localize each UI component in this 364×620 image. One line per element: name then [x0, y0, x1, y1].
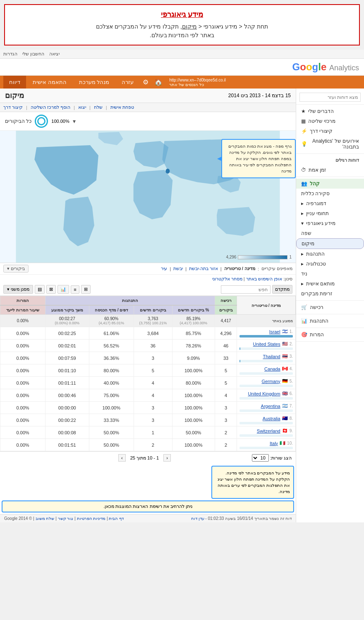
tab-city[interactable]: עיר: [161, 266, 167, 271]
rows-select[interactable]: 10 25 50: [252, 454, 269, 462]
rate-2: 0.00%: [0, 352, 46, 364]
duration-8: 00:00:08: [46, 426, 89, 439]
bottom-right: דף הבית | מדיניות הפרטיות | צור קשר | של…: [4, 516, 124, 521]
toolbar-shortcut[interactable]: קיצור דרך: [3, 105, 23, 110]
custom-arrow-icon: ▸: [301, 281, 304, 287]
table-scroll-area[interactable]: מדינה / טריטוריה רכישה התנהגות המרות ביק…: [0, 296, 296, 451]
sidebar-item-interests[interactable]: תחומי עניין ▸: [296, 208, 364, 218]
rate-3: 0.00%: [0, 364, 46, 377]
view-pivot-btn[interactable]: ⊠: [46, 285, 56, 294]
menu-admin[interactable]: מנהל מערכת: [73, 76, 115, 89]
metric-expand-btn[interactable]: ▾: [73, 118, 76, 124]
filter-btn[interactable]: מסנן משני ▾: [3, 285, 33, 294]
map-scale: 1 4,296: [226, 255, 292, 259]
duration-5: 00:00:46: [46, 389, 89, 402]
col-header-country[interactable]: מדינה / טריטוריה: [237, 296, 296, 315]
sidebar-item-behavior[interactable]: התנהגות ▸: [296, 249, 364, 259]
shortcuts-label: קיצורי דרך: [310, 128, 333, 134]
col-duration[interactable]: משך ביקור ממוצע: [46, 305, 89, 315]
sidebar-item-behavior2[interactable]: התנהגות 📊: [296, 316, 364, 326]
behavior2-icon: 📊: [301, 318, 307, 324]
settings-icon[interactable]: ⚙: [140, 78, 151, 86]
col-new-visits-pct[interactable]: % ביקורים חדשים: [172, 305, 215, 315]
view-grid-btn[interactable]: ⊞: [81, 285, 91, 294]
next-page-btn[interactable]: ›: [118, 454, 126, 462]
toolbar-personal[interactable]: טפחת אישית: [110, 105, 134, 110]
menu-personal[interactable]: התאמה אישית: [27, 76, 72, 89]
table-controls-left: מתקדם: [221, 285, 292, 294]
sidebar-item-acquisition[interactable]: רכישה 🛒: [296, 302, 364, 312]
view-table-btn[interactable]: ▤: [35, 285, 45, 294]
avg-new-pct: 85.19% 100.00% (4,417): [172, 315, 215, 327]
flag-6: 🇦🇷: [282, 403, 288, 409]
country-link-2[interactable]: Thailand: [263, 354, 280, 359]
sidebar-item-audience[interactable]: קהל 👥: [296, 179, 364, 189]
feedback-link[interactable]: שלח משוב: [36, 516, 55, 521]
sidebar-item-mobile[interactable]: ניד: [296, 269, 364, 279]
privacy-link[interactable]: מדיניות הפרטיות: [77, 516, 106, 521]
col-rate-change[interactable]: שיעור המרות לייעד: [0, 305, 46, 315]
country-link-6[interactable]: Argentina: [261, 404, 280, 409]
menu-reports[interactable]: דיווח: [3, 76, 26, 89]
visits-dropdown[interactable]: ביקורים ▾: [3, 265, 29, 273]
sidebar-item-overview[interactable]: סקירה כללית: [296, 189, 364, 199]
menu-help[interactable]: עזרה: [116, 76, 139, 89]
info-link[interactable]: מיקום: [182, 23, 197, 30]
country-link-9[interactable]: Italy: [270, 441, 278, 446]
nav-item-account[interactable]: החשבון שלי: [22, 51, 44, 57]
sidebar-item-favorites[interactable]: הדברים שלי ★: [296, 106, 364, 116]
home-icon[interactable]: 🏠: [152, 78, 165, 86]
nav-item-settings[interactable]: הגדרות: [3, 51, 17, 57]
link-ecommerce[interactable]: מסחר אלקטרוני: [212, 276, 242, 281]
update-link[interactable]: עדן דוח: [191, 516, 204, 521]
scale-bar: [238, 255, 287, 259]
sidebar-item-realtime[interactable]: זמן אמת ⏱: [296, 165, 364, 175]
sidebar-search-input[interactable]: [299, 93, 361, 102]
behavior-label: התנהגות: [306, 251, 325, 257]
tab-advanced[interactable]: מתקדם: [272, 285, 292, 294]
sidebar-item-demographics[interactable]: דמוגרפיה ▸: [296, 199, 364, 208]
country-link-8[interactable]: Switzerland: [257, 428, 280, 433]
sidebar-item-shortcuts[interactable]: קיצורי דרך ⚡: [296, 126, 364, 136]
toolbar-export[interactable]: יצוא: [78, 105, 86, 110]
sidebar-item-geo[interactable]: מידע גיאוגרפי ▾: [296, 218, 364, 228]
col-new-visits[interactable]: ביקורים חדשים: [134, 305, 172, 315]
sidebar-item-language[interactable]: שפה: [296, 228, 364, 238]
new-pct-1: 78.26%: [172, 340, 215, 352]
country-link-4[interactable]: Germany: [261, 379, 280, 384]
bounce-7: 33.33%: [89, 414, 134, 426]
home-link[interactable]: דף הבית: [109, 516, 124, 521]
sidebar: הדברים שלי ★ מרכזי שליטה ▦ קיצורי דרך ⚡ …: [296, 89, 364, 522]
sidebar-item-technology[interactable]: טכנולוגיה ▸: [296, 259, 364, 269]
sidebar-item-dashboards[interactable]: מרכזי שליטה ▦: [296, 116, 364, 126]
sidebar-item-conversions[interactable]: המרות 🎯: [296, 330, 364, 340]
sidebar-item-flow[interactable]: זרימת מבקרים: [296, 289, 364, 299]
link-usage[interactable]: אופן השימוש באתר: [246, 276, 282, 281]
tab-country[interactable]: מדינה / טריטוריה: [224, 266, 255, 271]
duration-7: 00:00:22: [46, 414, 89, 426]
country-link-7[interactable]: Australia: [263, 416, 280, 421]
prev-page-btn[interactable]: ‹: [163, 454, 171, 462]
sidebar-item-custom[interactable]: מותאם אישית ▸: [296, 279, 364, 289]
country-link-0[interactable]: Israel: [269, 329, 280, 334]
visits-label: ביקורים ▾: [7, 266, 25, 271]
table-search[interactable]: [221, 285, 271, 294]
country-link-1[interactable]: United States: [253, 342, 280, 347]
nav-item-exit[interactable]: יציאה: [49, 51, 60, 57]
view-bar-btn[interactable]: 📊: [57, 285, 69, 294]
sidebar-item-location[interactable]: מיקום: [296, 238, 364, 249]
toolbar-send[interactable]: שלח: [94, 105, 103, 110]
sidebar-item-intelligence[interactable]: אירועים של 'Analytics בתבונה' 💡: [296, 136, 364, 152]
tab-continent[interactable]: יבשת: [173, 266, 183, 271]
contact-link[interactable]: צור קשר: [58, 516, 74, 521]
date-range[interactable]: 15 בדצמ 14 - 2013 בינו 2014: [228, 93, 291, 98]
tab-subcontinent[interactable]: אזור בתה-יבשת: [189, 266, 218, 271]
visits-3: 5: [215, 364, 237, 377]
metric-label: כל הביקורים: [5, 118, 31, 124]
col-bounce[interactable]: דפים / מדף הכניסה: [89, 305, 134, 315]
country-link-5[interactable]: United Kingdom: [248, 391, 280, 396]
col-visits[interactable]: ביקורים: [215, 305, 237, 315]
view-list-btn[interactable]: ≡: [71, 285, 79, 294]
country-link-3[interactable]: Canada: [264, 366, 280, 371]
toolbar-add-dashboard[interactable]: הוסף למרכז השליטה: [31, 105, 70, 110]
